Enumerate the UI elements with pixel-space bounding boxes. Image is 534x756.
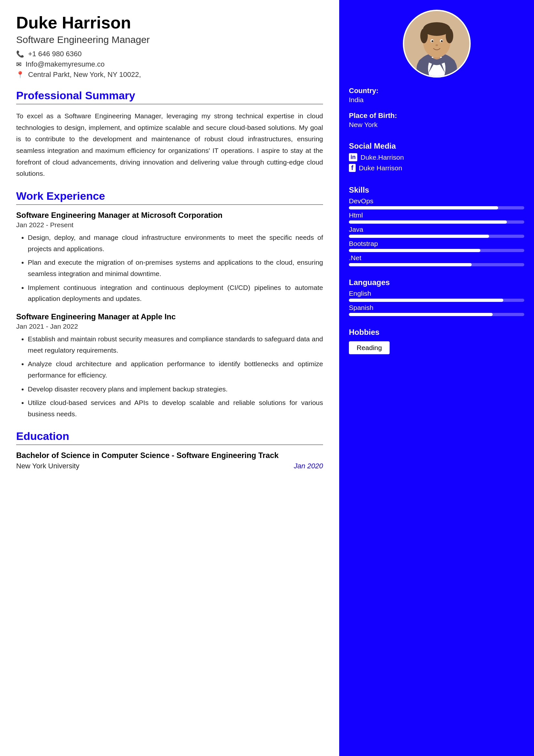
lang-english: English (349, 290, 524, 302)
skill-devops-bar-fill (349, 206, 498, 209)
skill-bootstrap-bar-bg (349, 249, 524, 252)
job-1-bullet-3: Utilize cloud-based services and APIs to… (28, 397, 323, 419)
hobbies-section: Hobbies Reading (349, 323, 524, 354)
skill-net-name: .Net (349, 254, 524, 262)
skill-java-name: Java (349, 226, 524, 233)
phone-icon: 📞 (16, 50, 24, 58)
job-0-period: Jan 2022 - Present (16, 221, 323, 229)
profile-photo (403, 10, 471, 78)
skills-section: Skills DevOps Html Java Bootstrap (349, 180, 524, 267)
skill-java-bar-bg (349, 235, 524, 238)
linkedin-row: in Duke.Harrison (349, 153, 524, 161)
job-0-title: Software Engineering Manager at Microsof… (16, 211, 323, 220)
skill-devops-bar-bg (349, 206, 524, 209)
email-row: ✉ Info@makemyresume.co (16, 60, 323, 68)
social-title: Social Media (349, 142, 524, 150)
country-value: India (349, 96, 524, 104)
job-1: Software Engineering Manager at Apple In… (16, 312, 323, 419)
edu-year: Jan 2020 (294, 462, 323, 470)
summary-section-title: Professional Summary (16, 89, 323, 102)
email-icon: ✉ (16, 61, 22, 68)
country-label: Country: (349, 87, 524, 95)
email-value: Info@makemyresume.co (26, 60, 105, 68)
left-panel: Duke Harrison Software Engineering Manag… (0, 0, 339, 756)
work-section-title: Work Experience (16, 190, 323, 202)
linkedin-icon: in (349, 153, 357, 161)
job-1-bullet-2: Develop disaster recovery plans and impl… (28, 384, 323, 395)
skill-html-bar-bg (349, 220, 524, 224)
lang-spanish-name: Spanish (349, 304, 524, 311)
skill-java-bar-fill (349, 235, 489, 238)
skill-java: Java (349, 226, 524, 238)
country-section: Country: India (349, 87, 524, 106)
svg-point-12 (431, 40, 433, 42)
svg-point-8 (420, 28, 428, 43)
birth-label: Place of Birth: (349, 112, 524, 120)
summary-divider (16, 104, 323, 104)
address-value: Central Parkt, New York, NY 10022, (28, 70, 141, 79)
job-0: Software Engineering Manager at Microsof… (16, 211, 323, 305)
skills-title: Skills (349, 185, 524, 195)
facebook-icon: f (349, 164, 356, 172)
phone-value: +1 646 980 6360 (28, 50, 82, 58)
svg-point-13 (441, 40, 443, 42)
right-panel: Country: India Place of Birth: New York … (339, 0, 534, 756)
address-row: 📍 Central Parkt, New York, NY 10022, (16, 70, 323, 79)
job-1-bullets: Establish and maintain robust security m… (16, 334, 323, 419)
facebook-value: Duke Harrison (359, 164, 402, 172)
edu-section-title: Education (16, 430, 323, 443)
edu-degree: Bachelor of Science in Computer Science … (16, 451, 323, 460)
skill-bootstrap-bar-fill (349, 249, 480, 252)
job-1-bullet-1: Analyze cloud architecture and applicati… (28, 359, 323, 381)
skill-html-bar-fill (349, 220, 507, 224)
lang-spanish-bar-fill (349, 313, 493, 316)
svg-point-9 (445, 28, 453, 43)
summary-text: To excel as a Software Engineering Manag… (16, 110, 323, 179)
skill-devops: DevOps (349, 197, 524, 209)
job-1-title: Software Engineering Manager at Apple In… (16, 312, 323, 321)
location-icon: 📍 (16, 71, 24, 79)
profile-svg (404, 10, 470, 78)
phone-row: 📞 +1 646 980 6360 (16, 50, 323, 58)
edu-divider (16, 445, 323, 445)
skill-bootstrap: Bootstrap (349, 240, 524, 252)
job-0-bullets: Design, deploy, and manage cloud infrast… (16, 232, 323, 305)
name: Duke Harrison (16, 13, 323, 32)
lang-spanish: Spanish (349, 304, 524, 316)
skill-html-name: Html (349, 211, 524, 219)
facebook-row: f Duke Harrison (349, 164, 524, 172)
linkedin-value: Duke.Harrison (361, 153, 404, 161)
skill-net: .Net (349, 254, 524, 266)
languages-section: Languages English Spanish (349, 273, 524, 317)
skill-net-bar-bg (349, 263, 524, 266)
birth-value: New York (349, 121, 524, 129)
edu-school: New York University (16, 462, 80, 470)
social-section: Social Media in Duke.Harrison f Duke Har… (349, 136, 524, 175)
job-0-bullet-1: Plan and execute the migration of on-pre… (28, 257, 323, 279)
lang-english-bar-bg (349, 299, 524, 302)
lang-english-bar-fill (349, 299, 503, 302)
job-title: Software Engineering Manager (16, 34, 323, 45)
hobby-reading: Reading (349, 341, 390, 354)
job-1-bullet-0: Establish and maintain robust security m… (28, 334, 323, 356)
svg-point-14 (436, 44, 438, 46)
skill-net-bar-fill (349, 263, 472, 266)
skill-html: Html (349, 211, 524, 224)
birth-section: Place of Birth: New York (349, 112, 524, 131)
hobbies-title: Hobbies (349, 328, 524, 337)
job-1-period: Jan 2021 - Jan 2022 (16, 323, 323, 330)
work-divider (16, 204, 323, 205)
lang-english-name: English (349, 290, 524, 297)
lang-spanish-bar-bg (349, 313, 524, 316)
skill-devops-name: DevOps (349, 197, 524, 205)
languages-title: Languages (349, 278, 524, 287)
job-0-bullet-0: Design, deploy, and manage cloud infrast… (28, 232, 323, 255)
skill-bootstrap-name: Bootstrap (349, 240, 524, 248)
job-0-bullet-2: Implement continuous integration and con… (28, 282, 323, 305)
edu-row: New York University Jan 2020 (16, 462, 323, 470)
